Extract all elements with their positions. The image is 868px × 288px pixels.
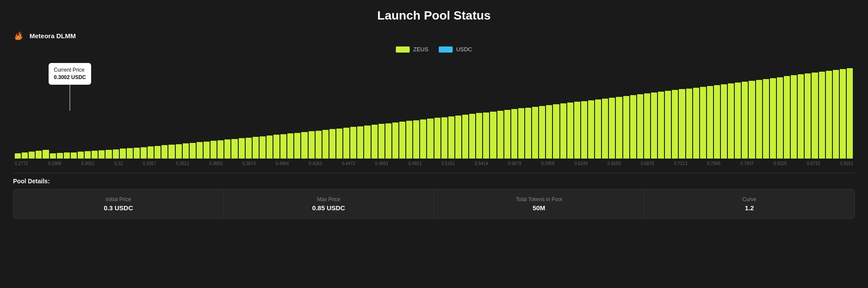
x-axis-label: 0.4691: [375, 161, 388, 166]
legend-zeus: ZEUS: [396, 46, 428, 53]
bar: [728, 83, 734, 159]
x-axis-label: 0.32: [115, 161, 123, 166]
bar: [372, 125, 378, 159]
bar: [693, 88, 699, 159]
bar: [85, 151, 91, 159]
bar: [840, 69, 846, 159]
bar: [574, 102, 580, 159]
pool-cell-label: Initial Price: [24, 196, 213, 202]
pool-detail-cell: Total Tokens in Pool 50M: [434, 189, 644, 218]
bar: [497, 111, 503, 159]
bar: [127, 148, 133, 159]
x-axis-label: 0.5161: [441, 161, 455, 166]
bar: [644, 93, 650, 159]
bar: [204, 142, 210, 159]
bar: [239, 138, 245, 159]
pool-cell-label: Max Price: [234, 196, 424, 202]
bar: [805, 73, 811, 159]
bar: [378, 124, 385, 159]
bar: [490, 112, 496, 159]
bar: [64, 152, 70, 159]
bar: [43, 150, 49, 159]
zeus-color-box: [396, 46, 410, 53]
bar: [301, 132, 307, 159]
bar: [756, 80, 762, 159]
bar: [504, 110, 510, 159]
x-axis-label: 0.8325: [773, 161, 787, 166]
bar: [651, 93, 657, 159]
bar: [686, 89, 692, 159]
x-axis-label: 0.3693: [209, 161, 223, 166]
bar: [742, 82, 748, 159]
bar: [588, 100, 594, 159]
x-axis-label: 0.7937: [740, 161, 754, 166]
bar: [826, 71, 832, 159]
x-axis-label: 0.4064: [276, 161, 289, 166]
bar: [532, 107, 538, 159]
usdc-color-box: [439, 46, 453, 53]
pool-cell-value: 50M: [444, 204, 634, 212]
x-axis-label: 0.3051: [81, 161, 95, 166]
bar: [434, 118, 441, 159]
pool-cell-value: 0.85 USDC: [234, 204, 424, 212]
bar: [525, 108, 531, 159]
x-axis-label: 0.5958: [541, 161, 555, 166]
bar: [413, 120, 419, 159]
bar: [777, 77, 783, 159]
bar: [294, 133, 300, 159]
price-tooltip: Current Price 0.3002 USDC: [49, 63, 91, 85]
x-axis-label: 0.2772: [15, 161, 28, 166]
bar: [665, 91, 671, 159]
bar: [246, 138, 252, 159]
brand-header: Meteora DLMM: [13, 30, 855, 42]
bar: [134, 148, 140, 159]
bar: [483, 113, 489, 159]
x-axis-label: 0.3521: [176, 161, 189, 166]
bar: [210, 141, 217, 159]
bar: [455, 116, 461, 159]
bar: [148, 146, 154, 159]
page-title: Launch Pool Status: [13, 9, 855, 23]
bar: [316, 131, 322, 159]
x-axis-label: 0.4921: [408, 161, 422, 166]
bar: [679, 89, 685, 159]
x-axis-label: 0.2908: [48, 161, 62, 166]
bar: [609, 98, 615, 159]
bar: [847, 68, 853, 159]
pool-cell-label: Total Tokens in Pool: [444, 196, 634, 202]
tooltip-value: 0.3002 USDC: [54, 74, 86, 81]
bar: [78, 152, 84, 159]
bar: [770, 78, 776, 159]
bar: [602, 99, 608, 159]
bar: [336, 129, 342, 159]
bar: [260, 136, 266, 159]
x-axis: 0.27720.29080.30510.320.33570.35210.3693…: [13, 159, 855, 166]
bar: [784, 76, 790, 159]
bar: [197, 142, 203, 159]
x-axis-label: 0.7566: [707, 161, 720, 166]
x-axis-label: 0.4472: [342, 161, 355, 166]
bar: [420, 119, 426, 159]
x-axis-label: 0.5679: [508, 161, 521, 166]
bar-chart: [13, 63, 855, 159]
pool-cell-label: Curve: [655, 196, 845, 202]
bar: [553, 104, 559, 159]
bar: [630, 95, 636, 159]
bar: [560, 103, 566, 159]
bar: [595, 99, 601, 159]
bar: [253, 137, 259, 159]
bar: [357, 126, 363, 159]
bar: [190, 143, 196, 159]
bar: [798, 74, 804, 159]
bar: [672, 90, 678, 159]
x-axis-label: 0.3874: [242, 161, 256, 166]
bar: [735, 83, 741, 159]
bar: [539, 106, 545, 159]
bar: [120, 149, 126, 159]
pool-cell-value: 1.2: [655, 204, 845, 212]
bar: [511, 109, 517, 159]
bar: [819, 72, 825, 159]
legend-usdc: USDC: [439, 46, 472, 53]
bar: [329, 129, 335, 159]
bar: [176, 144, 182, 159]
